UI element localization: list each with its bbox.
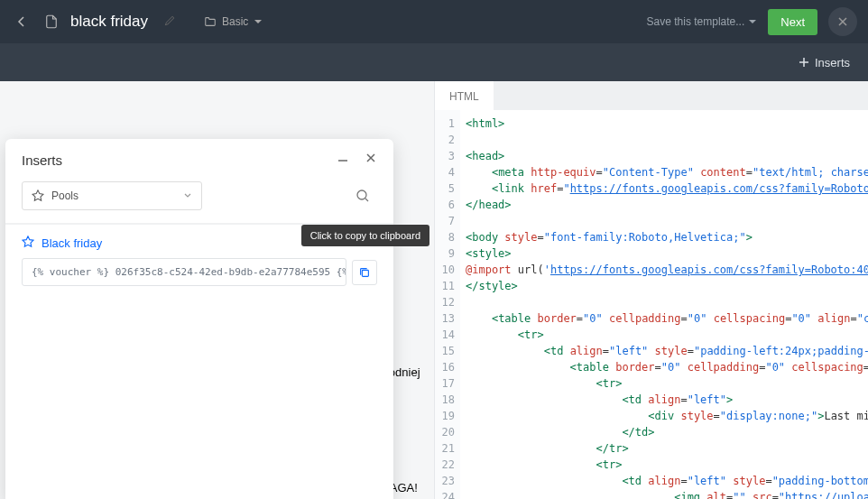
page-title: black friday bbox=[70, 13, 148, 31]
line-gutter: 1234567891011121314151617181920212223242… bbox=[435, 110, 460, 499]
insert-name[interactable]: Black friday bbox=[42, 236, 102, 250]
close-button[interactable] bbox=[828, 7, 857, 36]
copy-tooltip: Click to copy to clipboard bbox=[301, 225, 429, 246]
folder-label: Basic bbox=[222, 15, 248, 28]
close-panel-icon[interactable] bbox=[365, 152, 377, 169]
star-icon[interactable] bbox=[22, 236, 34, 251]
code-editor-column: HTML 12345678910111213141516171819202122… bbox=[434, 81, 868, 499]
insert-item: Click to copy to clipboard Black friday … bbox=[5, 225, 393, 297]
svg-point-0 bbox=[357, 190, 366, 199]
editor-tabs: HTML bbox=[435, 81, 868, 110]
file-icon bbox=[43, 14, 60, 30]
folder-selector[interactable]: Basic bbox=[204, 15, 263, 28]
insert-code[interactable]: {% voucher %} 026f35c8-c524-42ed-b9db-e2… bbox=[22, 258, 346, 286]
pools-dropdown[interactable]: Pools bbox=[22, 181, 202, 210]
search-button[interactable] bbox=[348, 181, 377, 210]
inserts-button[interactable]: Inserts bbox=[799, 56, 850, 69]
minimize-icon[interactable] bbox=[336, 152, 350, 169]
back-button[interactable] bbox=[11, 11, 32, 32]
inserts-panel: Inserts Pools bbox=[5, 139, 393, 499]
chevron-down-icon bbox=[183, 189, 192, 202]
subheader: Inserts bbox=[0, 43, 868, 81]
edit-title-icon[interactable] bbox=[164, 15, 175, 29]
app-header: black friday Basic Save this template...… bbox=[0, 0, 868, 43]
panel-title: Inserts bbox=[22, 152, 62, 168]
next-button[interactable]: Next bbox=[768, 9, 817, 35]
svg-rect-1 bbox=[362, 270, 368, 276]
code-editor[interactable]: 1234567891011121314151617181920212223242… bbox=[435, 110, 868, 499]
code-content[interactable]: <html><head> <meta http-equiv="Content-T… bbox=[460, 110, 868, 499]
save-template-button[interactable]: Save this template... bbox=[647, 15, 758, 28]
preview-column: {% endfo modnieju. WAGA!dziny 23 nie Ins… bbox=[0, 81, 434, 499]
copy-button[interactable] bbox=[352, 260, 377, 285]
tab-html[interactable]: HTML bbox=[435, 81, 494, 110]
